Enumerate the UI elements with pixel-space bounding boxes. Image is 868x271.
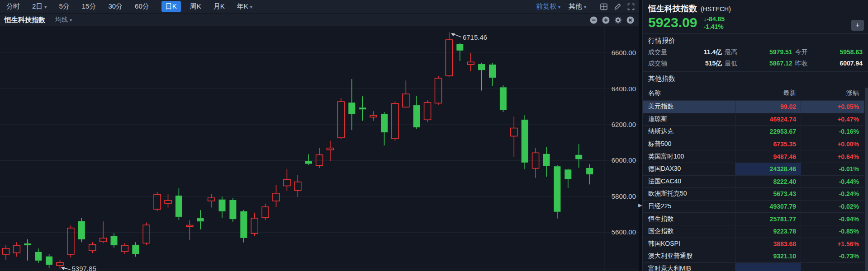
svg-text:6400.00: 6400.00 <box>612 85 636 93</box>
svg-text:5800.00: 5800.00 <box>612 192 636 200</box>
index-change-pct: +0.05% <box>801 103 864 110</box>
chevron-down-icon: ▾ <box>558 5 560 9</box>
svg-text:6600.00: 6600.00 <box>612 49 636 56</box>
index-change-pct: -0.16% <box>801 128 864 135</box>
interval-分时[interactable]: 分时 <box>6 2 20 11</box>
table-row[interactable]: 澳大利亚普通股9321.10-0.73% <box>643 250 864 262</box>
index-change-pct: +0.64% <box>801 153 864 160</box>
table-row[interactable]: 美元指数99.02+0.05% <box>643 100 864 113</box>
table-row[interactable]: 标普5006735.35+0.00% <box>643 138 864 150</box>
index-name: 法国CAC40 <box>643 178 735 186</box>
table-row[interactable]: 韩国KOSPI3883.68+1.56% <box>643 238 864 250</box>
quote-label: 昨收 <box>795 60 814 68</box>
quote-section-header: 行情报价 <box>643 33 868 47</box>
index-change-pct: -0.73% <box>801 252 864 260</box>
interval-5分[interactable]: 5分 <box>59 2 69 11</box>
index-change-pct: +0.47% <box>801 116 864 123</box>
index-last-value: 6735.35 <box>735 138 801 150</box>
index-last-value: 46924.74 <box>735 113 801 126</box>
quote-label: 今开 <box>795 48 814 56</box>
fullscreen-icon[interactable] <box>627 3 635 11</box>
quote-label: 成交量 <box>648 48 674 56</box>
indices-section-header: 其他指数 <box>643 71 868 85</box>
index-change-pct: -0.24% <box>801 190 864 197</box>
table-row[interactable]: 恒生指数25781.77-0.94% <box>643 212 864 225</box>
index-name: 恒生指数 <box>643 215 735 223</box>
adjust-mode-dropdown[interactable]: 前复权▾ <box>536 2 560 11</box>
index-name: 标普500 <box>643 140 735 148</box>
table-row[interactable]: 德国DAX3024328.46-0.01% <box>643 163 864 175</box>
index-change-pct: -0.44% <box>801 178 864 185</box>
index-last-value <box>735 263 801 271</box>
layout-grid-icon[interactable] <box>600 3 608 11</box>
index-last-value: 9223.78 <box>735 225 801 238</box>
index-change-pct: +0.00% <box>801 140 864 148</box>
panel-divider: ▶ <box>639 0 642 271</box>
index-last-value: 49307.79 <box>735 201 801 213</box>
interval-月K[interactable]: 月K <box>213 2 225 11</box>
table-row[interactable]: 道琼斯46924.74+0.47% <box>643 113 864 126</box>
candlestick-chart[interactable]: 6600.006400.006200.006000.005800.005600.… <box>0 26 639 271</box>
table-row[interactable]: 欧洲斯托克505673.43-0.24% <box>643 187 864 200</box>
interval-30分[interactable]: 30分 <box>108 2 123 11</box>
chart-header: 恒生科技指数 均线▾ <box>0 14 639 26</box>
interval-年K[interactable]: 年K▾ <box>237 2 252 11</box>
interval-日K[interactable]: 日K <box>161 1 181 12</box>
col-header-pct: 涨幅 <box>801 89 864 97</box>
chevron-down-icon: ▾ <box>70 18 72 23</box>
chart-pane: 分时2日▾5分15分30分60分日K周K月K年K▾ 前复权▾ 其他▾ 恒生科技指… <box>0 0 639 271</box>
gear-icon[interactable] <box>614 16 622 24</box>
zoom-out-icon[interactable] <box>590 16 598 24</box>
interval-15分[interactable]: 15分 <box>82 2 96 11</box>
col-header-last: 最新 <box>735 85 801 100</box>
quote-label: 最低 <box>725 60 744 68</box>
svg-text:6200.00: 6200.00 <box>612 121 636 128</box>
index-change-pct: -0.94% <box>801 215 864 223</box>
table-row[interactable]: 法国CAC408222.40-0.44% <box>643 175 864 188</box>
quote-panel: 恒生科技指数 (HSTECH) 5923.09 ↓-84.85 -1.41% +… <box>642 0 868 271</box>
table-row[interactable]: 英国富时1009487.46+0.64% <box>643 150 864 163</box>
collapse-panel-arrow-icon[interactable]: ▶ <box>638 202 642 208</box>
index-code: (HSTECH) <box>701 5 731 13</box>
table-row[interactable]: 日经22549307.79-0.02% <box>643 200 864 213</box>
index-last-value: 9321.10 <box>735 250 801 262</box>
ma-dropdown[interactable]: 均线▾ <box>55 16 72 24</box>
quote-grid: 成交量11.4亿最高5979.51今开5958.63成交额515亿最低5867.… <box>643 47 868 71</box>
price-change-pct: -1.41% <box>703 23 725 31</box>
quote-value: 515亿 <box>676 60 722 68</box>
index-name: 国企指数 <box>643 227 735 235</box>
index-last-value: 25781.77 <box>735 213 801 225</box>
interval-toolbar: 分时2日▾5分15分30分60分日K周K月K年K▾ 前复权▾ 其他▾ <box>0 0 639 14</box>
interval-2日[interactable]: 2日▾ <box>32 2 47 11</box>
index-name: 富时意大利MIB <box>643 265 735 271</box>
other-dropdown[interactable]: 其他▾ <box>569 2 586 11</box>
draw-brush-icon[interactable] <box>613 3 621 11</box>
svg-text:5397.85: 5397.85 <box>72 265 96 271</box>
index-name: 德国DAX30 <box>643 165 735 173</box>
interval-周K[interactable]: 周K <box>190 2 201 11</box>
index-last-value: 22953.67 <box>735 126 801 138</box>
index-name: 纳斯达克 <box>643 127 735 136</box>
index-name: 澳大利亚普通股 <box>643 252 735 260</box>
index-change-pct: -0.01% <box>801 165 864 173</box>
index-last-value: 24328.46 <box>735 163 801 175</box>
chevron-down-icon: ▾ <box>250 5 252 9</box>
candlestick-chart-area[interactable]: 6600.006400.006200.006000.005800.005600.… <box>0 26 639 271</box>
add-watchlist-button[interactable]: + <box>851 20 864 31</box>
interval-60分[interactable]: 60分 <box>135 2 149 11</box>
price-change: ↓-84.85 <box>703 15 725 23</box>
chart-symbol-label: 恒生科技指数 <box>5 16 45 24</box>
svg-text:6000.00: 6000.00 <box>612 156 636 164</box>
index-last-value: 8222.40 <box>735 176 801 188</box>
table-row[interactable]: 国企指数9223.78-0.85% <box>643 225 864 238</box>
index-change-pct: +1.56% <box>801 240 864 248</box>
quote-value: 5958.63 <box>817 48 863 56</box>
index-last-value: 9487.46 <box>735 150 801 163</box>
table-row[interactable]: 富时意大利MIB <box>643 262 864 271</box>
index-name: 欧洲斯托克50 <box>643 190 735 198</box>
zoom-in-icon[interactable] <box>602 16 610 24</box>
table-row[interactable]: 纳斯达克22953.67-0.16% <box>643 125 864 138</box>
panel-scrollbar[interactable] <box>865 88 868 271</box>
close-icon[interactable] <box>626 16 634 24</box>
quote-value: 6007.94 <box>817 60 863 68</box>
